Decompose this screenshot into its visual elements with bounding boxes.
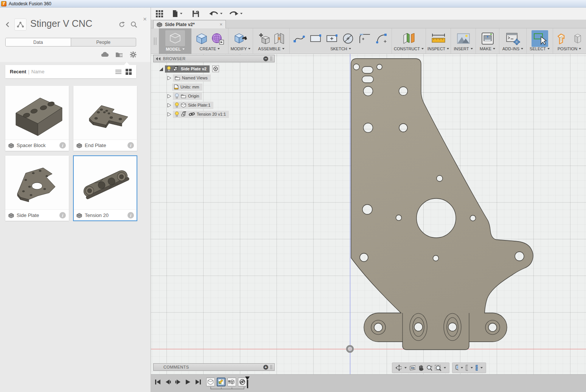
- item-info-icon[interactable]: i: [127, 212, 134, 218]
- tree-node-tension-20[interactable]: Tension 20 v1:1: [167, 110, 229, 118]
- go-to-end-button[interactable]: [195, 379, 201, 385]
- new-folder-icon[interactable]: [115, 51, 123, 58]
- project-item-end-plate[interactable]: End Plate i: [73, 86, 137, 151]
- project-item-spacer-block[interactable]: Spacer Block i: [5, 86, 69, 151]
- sketch-spline-icon[interactable]: [294, 34, 305, 43]
- back-button[interactable]: [5, 21, 11, 28]
- grid-caret[interactable]: [471, 367, 473, 369]
- 3d-print-icon[interactable]: [481, 32, 494, 45]
- display-caret[interactable]: [461, 367, 463, 369]
- list-view-icon[interactable]: [115, 69, 122, 74]
- grid-view-icon[interactable]: [126, 69, 132, 75]
- browser-collapse-button[interactable]: −: [263, 56, 268, 61]
- feature-extrude[interactable]: [227, 378, 236, 386]
- measure-icon[interactable]: [431, 33, 446, 44]
- sketch-circle-icon[interactable]: [342, 33, 354, 44]
- file-menu-caret: [180, 13, 182, 14]
- grid-settings-icon[interactable]: [466, 365, 468, 371]
- refresh-button[interactable]: [118, 21, 126, 28]
- save-button[interactable]: [192, 10, 199, 17]
- data-panel: Stinger V CNC × Data People: [0, 8, 151, 392]
- revert-position-icon[interactable]: [572, 33, 583, 45]
- workspace-selector[interactable]: MODEL: [159, 28, 191, 54]
- feature-sketch-selected[interactable]: [217, 378, 225, 386]
- tree-node-units[interactable]: Units: mm: [172, 83, 202, 91]
- visibility-bulb-icon[interactable]: [167, 66, 171, 71]
- orbit-icon[interactable]: [395, 364, 402, 371]
- redo-button[interactable]: [229, 11, 242, 17]
- expander-closed-icon[interactable]: [167, 112, 171, 117]
- ground-toggle-button[interactable]: [212, 65, 219, 72]
- visibility-bulb-icon[interactable]: [175, 112, 179, 117]
- search-button[interactable]: [130, 21, 138, 28]
- collapse-arrows-icon[interactable]: [156, 57, 161, 60]
- sort-recent[interactable]: Recent: [10, 69, 26, 74]
- zoom-icon[interactable]: [426, 365, 432, 371]
- document-tab[interactable]: Side Plate v2* ×: [153, 20, 226, 28]
- insert-image-icon[interactable]: [457, 33, 470, 45]
- feature-base-body[interactable]: [206, 378, 215, 386]
- side-plate-body[interactable]: [351, 59, 533, 350]
- item-info-icon[interactable]: i: [127, 142, 134, 149]
- project-item-side-plate[interactable]: Side Plate i: [5, 156, 69, 221]
- expander-closed-icon[interactable]: [167, 94, 171, 99]
- pan-hand-icon[interactable]: [418, 365, 424, 371]
- step-forward-button[interactable]: [175, 379, 181, 385]
- tree-node-side-plate-1[interactable]: Side Plate:1: [167, 101, 213, 109]
- file-menu-button[interactable]: [172, 10, 182, 17]
- undo-button[interactable]: [209, 11, 222, 17]
- origin-marker[interactable]: [347, 346, 353, 352]
- share-cloud-icon[interactable]: [101, 51, 109, 58]
- zoom-window-icon[interactable]: [435, 365, 441, 371]
- project-item-tension-20[interactable]: Tension 20 i: [73, 156, 137, 221]
- viewport-canvas[interactable]: BROWSER − Side Plate v2: [151, 54, 586, 374]
- item-info-icon[interactable]: i: [59, 142, 66, 149]
- document-cube-icon: [157, 22, 162, 27]
- workspace-label: MODEL: [166, 47, 181, 51]
- joint-icon[interactable]: [274, 33, 285, 45]
- sketch-fillet-icon[interactable]: [359, 33, 371, 44]
- play-button[interactable]: [185, 379, 191, 385]
- app-grid-button[interactable]: [156, 10, 163, 17]
- sketch-arc-icon[interactable]: [376, 33, 388, 44]
- viewports-icon[interactable]: [476, 365, 478, 371]
- create-solid-icon[interactable]: [196, 33, 208, 45]
- toolbar-grip[interactable]: [154, 37, 156, 45]
- display-settings-icon[interactable]: [455, 365, 458, 371]
- document-tab-close[interactable]: ×: [219, 22, 222, 27]
- look-at-icon[interactable]: [409, 365, 415, 371]
- browser-panel-header[interactable]: BROWSER −: [153, 55, 275, 62]
- expander-closed-icon[interactable]: [167, 103, 171, 108]
- comments-expand-button[interactable]: +: [263, 365, 268, 370]
- orbit-caret[interactable]: [404, 367, 407, 369]
- settings-gear-icon[interactable]: [129, 51, 137, 58]
- capture-position-icon[interactable]: [556, 33, 567, 45]
- sort-name[interactable]: Name: [31, 69, 45, 74]
- tree-node-root[interactable]: Side Plate v2: [159, 65, 219, 73]
- visibility-bulb-icon[interactable]: [175, 102, 179, 108]
- select-tool-active[interactable]: [532, 30, 548, 47]
- tab-people[interactable]: People: [71, 38, 136, 46]
- create-form-icon[interactable]: [211, 33, 224, 45]
- tree-node-named-views[interactable]: Named Views: [167, 74, 211, 82]
- tree-node-origin[interactable]: Origin: [167, 92, 202, 100]
- tab-data[interactable]: Data: [6, 38, 71, 46]
- visibility-bulb-off-icon[interactable]: [175, 93, 179, 99]
- expander-open-icon[interactable]: [159, 67, 163, 71]
- viewports-caret[interactable]: [480, 367, 483, 369]
- comments-panel-header[interactable]: COMMENTS +: [153, 363, 275, 371]
- scripts-addins-icon[interactable]: [506, 32, 520, 45]
- browser-grip[interactable]: [270, 56, 272, 61]
- item-info-icon[interactable]: i: [59, 212, 66, 218]
- step-back-button[interactable]: [165, 379, 171, 385]
- expander-closed-icon[interactable]: [167, 76, 171, 81]
- sketch-rectangle-icon[interactable]: [310, 34, 321, 43]
- modify-press-pull-icon[interactable]: [234, 33, 247, 45]
- sketch-center-rectangle-icon[interactable]: [326, 34, 337, 43]
- zoom-window-caret[interactable]: [444, 367, 446, 369]
- construct-plane-icon[interactable]: [401, 32, 417, 45]
- comments-grip[interactable]: [270, 365, 272, 369]
- close-panel-button[interactable]: ×: [143, 16, 147, 22]
- new-component-icon[interactable]: [258, 33, 270, 45]
- go-to-start-button[interactable]: [155, 379, 161, 385]
